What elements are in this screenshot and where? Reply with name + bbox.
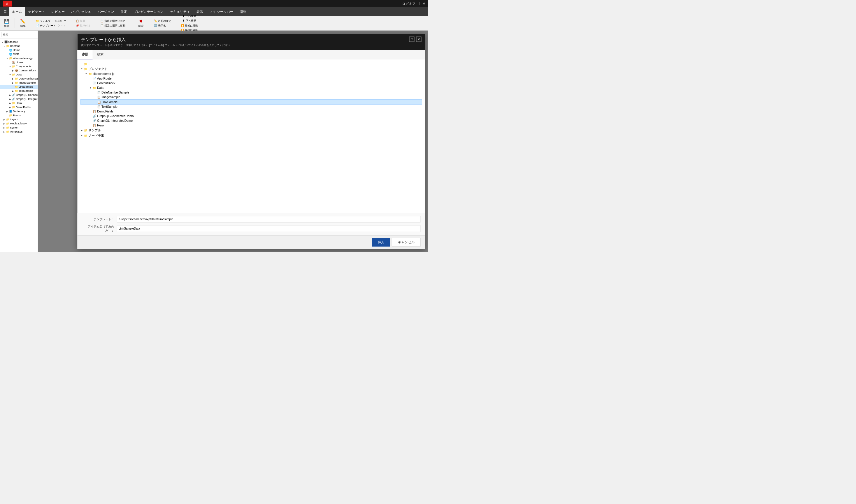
sidebar-item-layout[interactable]: ▶ 📁 Layout [0, 118, 38, 122]
modal-maximize-button[interactable]: □ [409, 37, 415, 42]
sidebar-item-linksample[interactable]: 📁 LinkSample [0, 85, 38, 89]
sidebar-item-media-library[interactable]: ▶ 📁 Media Library [0, 122, 38, 126]
folder-icon: 📁 [12, 73, 15, 76]
modal-tree-item-node[interactable]: ▼ 📁 ノード中米 [81, 133, 422, 138]
modal-tree-item-imagesample[interactable]: 📋 ImageSample [81, 95, 422, 100]
sidebar-item-imagesample[interactable]: ▶ 📁 ImageSample [0, 81, 38, 85]
sidebar-item-graphql-integrated[interactable]: ▶ 🔗 GraphQL-IntegratedDe… [0, 97, 38, 101]
sidebar-item-sitecore[interactable]: ▼ ⬛ sitecore [0, 40, 38, 44]
sidebar-item-textsample[interactable]: ▶ 📁 TextSample [0, 89, 38, 93]
template-icon: 📋 [93, 110, 97, 113]
modal-tree-item-demofields[interactable]: 📋 DemoFields [81, 109, 422, 114]
folder-icon: 📁 [84, 129, 88, 132]
nav-home[interactable]: ホーム [9, 7, 25, 16]
ribbon-move-first-button[interactable]: ⏫ 最初に移動 [180, 23, 199, 28]
search-input[interactable] [1, 32, 38, 37]
toggle-icon [6, 53, 8, 56]
ribbon-move-up-button[interactable]: ⬆ 上へ移動 [181, 14, 197, 18]
paste-icon: 📌 [76, 24, 79, 27]
logoff-link[interactable]: ログオフ [402, 2, 416, 5]
ribbon-move-to-button[interactable]: 📋 指定の場所に移動 [99, 23, 129, 28]
sidebar-item-components[interactable]: ▼ 📁 Components [0, 65, 38, 69]
move-up-icon: ⬆ [182, 15, 185, 18]
sidebar-item-forms[interactable]: 📁 Forms [0, 113, 38, 118]
modal-tree-item-data[interactable]: ▼ 📁 Data [81, 86, 422, 90]
sidebar-item-demofields[interactable]: ▶ 📁 DemoFields [0, 105, 38, 109]
folder-icon: 📁 [88, 72, 92, 76]
modal-tabs: 参照 検索 [77, 50, 425, 59]
graphql-icon: 🔗 [93, 114, 97, 118]
tab-browse[interactable]: 参照 [77, 50, 93, 59]
toggle-icon [9, 61, 11, 64]
sidebar-item-content[interactable]: ▼ 📁 Content [0, 44, 38, 48]
cancel-button[interactable]: キャンセル [392, 238, 421, 247]
insert-button[interactable]: 挿入 [372, 238, 390, 247]
template-field-row: テンプレート： [82, 216, 421, 223]
sidebar-item-demo-home[interactable]: 🏠 Home [0, 60, 38, 65]
sidebar-item-graphql-connected[interactable]: ▶ 🔗 GraphQL-ConnectedDe… [0, 93, 38, 97]
save-button[interactable]: 💾 保存 [2, 18, 11, 29]
sidebar-item-data[interactable]: ▼ 📁 Data [0, 73, 38, 77]
modal-tree-item-approute[interactable]: 📄 App Route [81, 76, 422, 81]
template-field-label: テンプレート： [82, 217, 114, 221]
template-icon: 📄 [93, 77, 97, 80]
modal-tree-item-datenumber[interactable]: 📋 DateNumberSample [81, 90, 422, 95]
ribbon-display-name-button[interactable]: 🔤 表示名 [153, 23, 172, 28]
edit-button[interactable]: ✏️ 編集 [19, 18, 28, 29]
sidebar-item-templates[interactable]: ▶ 📁 Templates [0, 130, 38, 134]
sidebar-item-sitecoredemo[interactable]: ▼ 📁 sitecoredemo-jp [0, 56, 38, 60]
nav-my-toolbar[interactable]: マイ ツールバー [206, 7, 237, 16]
sidebar-tree: ▼ ⬛ sitecore ▼ 📁 Content 🌐 Home 🌐 CMP [0, 39, 38, 252]
folder-icon: 📁 [84, 134, 88, 138]
sidebar-item-datenumber[interactable]: ▶ 📁 DateNumberSample [0, 77, 38, 81]
ribbon-folder-item[interactable]: 📁 フォルダー （1 / 2） ▼ [35, 19, 67, 23]
nav-navigate[interactable]: ナビゲート [25, 7, 48, 16]
tab-search[interactable]: 検索 [93, 50, 108, 59]
ribbon-template-item[interactable]: 📄 テンプレート （2 / 2） [35, 23, 67, 28]
modal-tree-item-sitecoredemo[interactable]: ▼ 📁 sitecoredemo-jp [81, 72, 422, 76]
modal-tree-item-linksample[interactable]: 📋 LinkSample [81, 100, 422, 105]
modal-tree-item-contentblock[interactable]: 📄 ContentBlock [81, 81, 422, 86]
home-icon: 🏠 [12, 61, 15, 64]
sidebar-item-home[interactable]: 🌐 Home [0, 48, 38, 52]
menu-toggle-button[interactable]: ☰ [1, 7, 9, 16]
sidebar-item-dictionary[interactable]: ▶ 📘 Dictionary [0, 109, 38, 113]
nav-version[interactable]: バージョン [94, 7, 118, 16]
modal-close-button[interactable]: ✕ [416, 37, 422, 42]
toggle-icon: ▶ [3, 126, 5, 129]
modal-tree-area[interactable]: 📁 … ▼ 📁 プロジェクト ▼ 📁 sitecoredemo-jp [77, 59, 425, 213]
sidebar-item-cmp[interactable]: 🌐 CMP [0, 52, 38, 56]
sidebar-item-hero[interactable]: ▶ 📁 Hero [0, 101, 38, 105]
ribbon-copy-to-button[interactable]: 📋 指定の場所にコピー [99, 19, 129, 23]
nav-review[interactable]: レビュー [48, 7, 68, 16]
modal-fields: テンプレート： アイテム名（半角のみ）： [77, 213, 425, 235]
ribbon-copy-button[interactable]: 📋 複製 [75, 19, 91, 23]
sidebar-item-content-block[interactable]: ▶ 📦 Content Block [0, 69, 38, 73]
item-name-field-input[interactable] [117, 225, 421, 232]
delete-button[interactable]: ✖ 削除 [137, 18, 145, 29]
ribbon-move-down-button[interactable]: ⬇ 下へ移動 [181, 19, 197, 23]
nav-presentation[interactable]: プレゼンテーション [130, 7, 167, 16]
topbar-right: ログオフ | A [402, 1, 425, 6]
modal-tree-item-textsample[interactable]: 📋 TextSample [81, 105, 422, 109]
toggle-icon: ▶ [9, 102, 11, 105]
template-icon: 📄 [36, 24, 39, 27]
sidebar-item-system[interactable]: ▶ 📁 System [0, 126, 38, 130]
folder-icon: 📁 [12, 65, 15, 68]
nav-settings[interactable]: 設定 [118, 7, 130, 16]
modal-tree-item-hero[interactable]: 📋 Hero [81, 123, 422, 128]
modal-tree-item-graphql-integrated[interactable]: 🔗 GraphQL-IntegratedDemo [81, 119, 422, 123]
modal-tree-item-project[interactable]: ▼ 📁 プロジェクト [81, 67, 422, 72]
nav-develop[interactable]: 開発 [237, 7, 249, 16]
folder-icon: 📁 [9, 57, 12, 60]
ribbon-rename-button[interactable]: ✏️ 名前の変更 [153, 19, 172, 23]
modal-tree-item-partial[interactable]: 📁 … [81, 62, 422, 67]
nav-publish[interactable]: パブリッシュ [68, 7, 94, 16]
modal-tree-item-graphql-connected[interactable]: 🔗 GraphQL-ConnectedDemo [81, 114, 422, 119]
template-field-input[interactable] [117, 216, 421, 223]
ribbon-paste-button[interactable]: 📌 貼り付け [75, 23, 91, 28]
save-icon: 💾 [4, 19, 10, 24]
modal-tree-item-sample[interactable]: ▶ 📁 サンプル [81, 128, 422, 133]
folder-icon: 📁 [9, 114, 12, 117]
folder-icon: 📁 [36, 19, 39, 22]
